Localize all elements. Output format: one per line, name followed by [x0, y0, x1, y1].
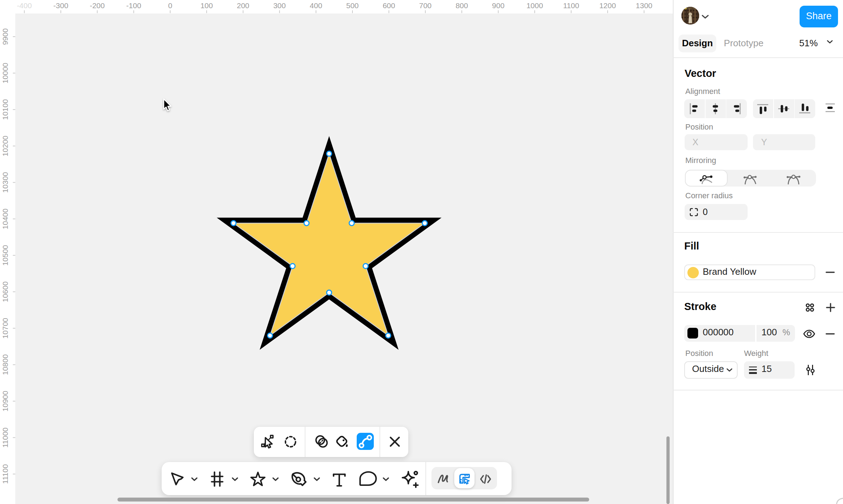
svg-text:10700: 10700 — [1, 318, 9, 338]
svg-text:300: 300 — [273, 1, 286, 10]
svg-text:10900: 10900 — [1, 391, 9, 411]
svg-text:10300: 10300 — [1, 172, 9, 193]
svg-text:9900: 9900 — [1, 28, 9, 45]
svg-text:700: 700 — [419, 1, 431, 10]
svg-text:900: 900 — [492, 1, 504, 10]
svg-text:10800: 10800 — [1, 354, 9, 375]
svg-text:1000: 1000 — [527, 1, 543, 10]
svg-text:10200: 10200 — [1, 136, 9, 156]
svg-text:1200: 1200 — [599, 1, 616, 10]
svg-text:1100: 1100 — [563, 1, 579, 10]
svg-text:-100: -100 — [126, 1, 141, 10]
svg-text:11000: 11000 — [1, 427, 9, 448]
svg-text:200: 200 — [237, 1, 249, 10]
svg-text:10000: 10000 — [1, 63, 9, 83]
svg-text:1300: 1300 — [636, 1, 653, 10]
svg-text:-400: -400 — [17, 1, 32, 10]
svg-text:11100: 11100 — [1, 464, 9, 484]
svg-text:10400: 10400 — [1, 209, 9, 229]
svg-text:0: 0 — [168, 1, 172, 10]
svg-text:600: 600 — [383, 1, 395, 10]
svg-text:10500: 10500 — [1, 245, 9, 266]
svg-text:-200: -200 — [90, 1, 105, 10]
svg-text:-300: -300 — [53, 1, 68, 10]
svg-text:400: 400 — [310, 1, 322, 10]
svg-text:10100: 10100 — [1, 99, 9, 120]
svg-text:500: 500 — [346, 1, 358, 10]
svg-text:10600: 10600 — [1, 282, 9, 302]
svg-text:100: 100 — [200, 1, 213, 10]
svg-text:800: 800 — [456, 1, 468, 10]
